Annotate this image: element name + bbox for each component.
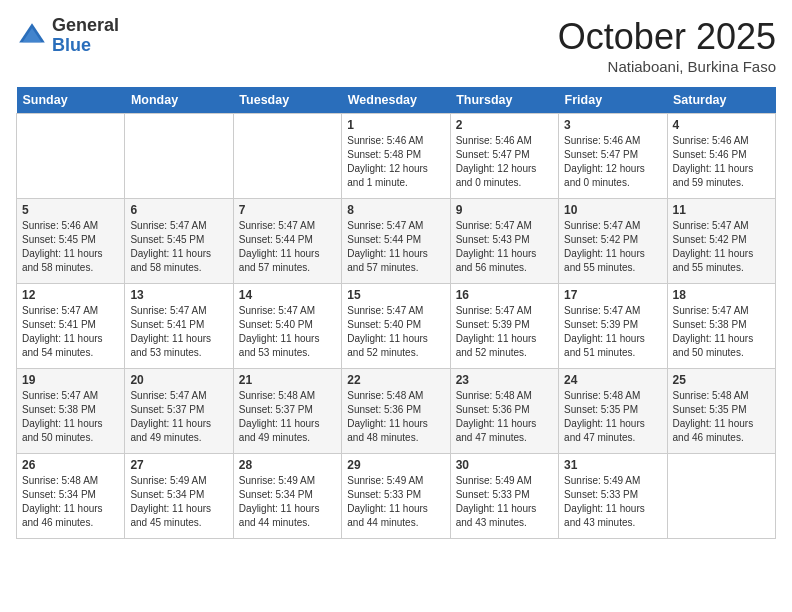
day-number: 17 bbox=[564, 288, 661, 302]
day-info: Sunrise: 5:48 AM Sunset: 5:35 PM Dayligh… bbox=[564, 389, 661, 445]
day-info: Sunrise: 5:47 AM Sunset: 5:44 PM Dayligh… bbox=[239, 219, 336, 275]
calendar-cell: 15Sunrise: 5:47 AM Sunset: 5:40 PM Dayli… bbox=[342, 284, 450, 369]
calendar-cell: 28Sunrise: 5:49 AM Sunset: 5:34 PM Dayli… bbox=[233, 454, 341, 539]
calendar-cell: 31Sunrise: 5:49 AM Sunset: 5:33 PM Dayli… bbox=[559, 454, 667, 539]
day-info: Sunrise: 5:48 AM Sunset: 5:37 PM Dayligh… bbox=[239, 389, 336, 445]
week-row-4: 26Sunrise: 5:48 AM Sunset: 5:34 PM Dayli… bbox=[17, 454, 776, 539]
calendar-cell: 2Sunrise: 5:46 AM Sunset: 5:47 PM Daylig… bbox=[450, 114, 558, 199]
day-info: Sunrise: 5:47 AM Sunset: 5:42 PM Dayligh… bbox=[673, 219, 770, 275]
day-number: 26 bbox=[22, 458, 119, 472]
calendar-table: SundayMondayTuesdayWednesdayThursdayFrid… bbox=[16, 87, 776, 539]
calendar-cell: 1Sunrise: 5:46 AM Sunset: 5:48 PM Daylig… bbox=[342, 114, 450, 199]
day-info: Sunrise: 5:47 AM Sunset: 5:43 PM Dayligh… bbox=[456, 219, 553, 275]
day-info: Sunrise: 5:47 AM Sunset: 5:44 PM Dayligh… bbox=[347, 219, 444, 275]
calendar-cell bbox=[233, 114, 341, 199]
calendar-cell: 6Sunrise: 5:47 AM Sunset: 5:45 PM Daylig… bbox=[125, 199, 233, 284]
header-day-friday: Friday bbox=[559, 87, 667, 114]
calendar-cell: 19Sunrise: 5:47 AM Sunset: 5:38 PM Dayli… bbox=[17, 369, 125, 454]
week-row-2: 12Sunrise: 5:47 AM Sunset: 5:41 PM Dayli… bbox=[17, 284, 776, 369]
week-row-3: 19Sunrise: 5:47 AM Sunset: 5:38 PM Dayli… bbox=[17, 369, 776, 454]
day-info: Sunrise: 5:46 AM Sunset: 5:45 PM Dayligh… bbox=[22, 219, 119, 275]
calendar-cell: 18Sunrise: 5:47 AM Sunset: 5:38 PM Dayli… bbox=[667, 284, 775, 369]
calendar-cell: 21Sunrise: 5:48 AM Sunset: 5:37 PM Dayli… bbox=[233, 369, 341, 454]
header-day-tuesday: Tuesday bbox=[233, 87, 341, 114]
day-number: 18 bbox=[673, 288, 770, 302]
day-number: 20 bbox=[130, 373, 227, 387]
calendar-header: SundayMondayTuesdayWednesdayThursdayFrid… bbox=[17, 87, 776, 114]
day-info: Sunrise: 5:49 AM Sunset: 5:33 PM Dayligh… bbox=[564, 474, 661, 530]
week-row-0: 1Sunrise: 5:46 AM Sunset: 5:48 PM Daylig… bbox=[17, 114, 776, 199]
calendar-cell: 14Sunrise: 5:47 AM Sunset: 5:40 PM Dayli… bbox=[233, 284, 341, 369]
day-number: 28 bbox=[239, 458, 336, 472]
header-day-saturday: Saturday bbox=[667, 87, 775, 114]
day-number: 22 bbox=[347, 373, 444, 387]
day-number: 10 bbox=[564, 203, 661, 217]
day-number: 7 bbox=[239, 203, 336, 217]
week-row-1: 5Sunrise: 5:46 AM Sunset: 5:45 PM Daylig… bbox=[17, 199, 776, 284]
calendar-cell bbox=[667, 454, 775, 539]
header-day-thursday: Thursday bbox=[450, 87, 558, 114]
day-number: 12 bbox=[22, 288, 119, 302]
calendar-cell: 7Sunrise: 5:47 AM Sunset: 5:44 PM Daylig… bbox=[233, 199, 341, 284]
day-info: Sunrise: 5:47 AM Sunset: 5:42 PM Dayligh… bbox=[564, 219, 661, 275]
day-info: Sunrise: 5:47 AM Sunset: 5:39 PM Dayligh… bbox=[456, 304, 553, 360]
day-number: 31 bbox=[564, 458, 661, 472]
day-number: 3 bbox=[564, 118, 661, 132]
day-number: 30 bbox=[456, 458, 553, 472]
logo: General Blue bbox=[16, 16, 119, 56]
day-number: 27 bbox=[130, 458, 227, 472]
logo-blue-text: Blue bbox=[52, 36, 119, 56]
calendar-cell: 3Sunrise: 5:46 AM Sunset: 5:47 PM Daylig… bbox=[559, 114, 667, 199]
title-block: October 2025 Natiaboani, Burkina Faso bbox=[558, 16, 776, 75]
header-row: SundayMondayTuesdayWednesdayThursdayFrid… bbox=[17, 87, 776, 114]
calendar-cell: 8Sunrise: 5:47 AM Sunset: 5:44 PM Daylig… bbox=[342, 199, 450, 284]
day-info: Sunrise: 5:47 AM Sunset: 5:41 PM Dayligh… bbox=[130, 304, 227, 360]
calendar-cell: 29Sunrise: 5:49 AM Sunset: 5:33 PM Dayli… bbox=[342, 454, 450, 539]
day-info: Sunrise: 5:46 AM Sunset: 5:47 PM Dayligh… bbox=[564, 134, 661, 190]
calendar-cell: 22Sunrise: 5:48 AM Sunset: 5:36 PM Dayli… bbox=[342, 369, 450, 454]
calendar-cell: 10Sunrise: 5:47 AM Sunset: 5:42 PM Dayli… bbox=[559, 199, 667, 284]
calendar-cell: 27Sunrise: 5:49 AM Sunset: 5:34 PM Dayli… bbox=[125, 454, 233, 539]
day-info: Sunrise: 5:48 AM Sunset: 5:36 PM Dayligh… bbox=[456, 389, 553, 445]
day-number: 14 bbox=[239, 288, 336, 302]
day-info: Sunrise: 5:47 AM Sunset: 5:40 PM Dayligh… bbox=[347, 304, 444, 360]
page-header: General Blue October 2025 Natiaboani, Bu… bbox=[16, 16, 776, 75]
day-info: Sunrise: 5:49 AM Sunset: 5:33 PM Dayligh… bbox=[456, 474, 553, 530]
calendar-cell: 12Sunrise: 5:47 AM Sunset: 5:41 PM Dayli… bbox=[17, 284, 125, 369]
calendar-cell: 24Sunrise: 5:48 AM Sunset: 5:35 PM Dayli… bbox=[559, 369, 667, 454]
day-number: 19 bbox=[22, 373, 119, 387]
month-title: October 2025 bbox=[558, 16, 776, 58]
day-info: Sunrise: 5:47 AM Sunset: 5:45 PM Dayligh… bbox=[130, 219, 227, 275]
day-number: 1 bbox=[347, 118, 444, 132]
day-info: Sunrise: 5:48 AM Sunset: 5:34 PM Dayligh… bbox=[22, 474, 119, 530]
calendar-cell: 23Sunrise: 5:48 AM Sunset: 5:36 PM Dayli… bbox=[450, 369, 558, 454]
day-info: Sunrise: 5:47 AM Sunset: 5:37 PM Dayligh… bbox=[130, 389, 227, 445]
day-info: Sunrise: 5:47 AM Sunset: 5:38 PM Dayligh… bbox=[673, 304, 770, 360]
calendar-cell: 20Sunrise: 5:47 AM Sunset: 5:37 PM Dayli… bbox=[125, 369, 233, 454]
calendar-cell: 4Sunrise: 5:46 AM Sunset: 5:46 PM Daylig… bbox=[667, 114, 775, 199]
calendar-cell: 17Sunrise: 5:47 AM Sunset: 5:39 PM Dayli… bbox=[559, 284, 667, 369]
day-number: 4 bbox=[673, 118, 770, 132]
day-info: Sunrise: 5:47 AM Sunset: 5:41 PM Dayligh… bbox=[22, 304, 119, 360]
header-day-sunday: Sunday bbox=[17, 87, 125, 114]
day-number: 16 bbox=[456, 288, 553, 302]
day-number: 9 bbox=[456, 203, 553, 217]
calendar-cell: 16Sunrise: 5:47 AM Sunset: 5:39 PM Dayli… bbox=[450, 284, 558, 369]
day-info: Sunrise: 5:46 AM Sunset: 5:48 PM Dayligh… bbox=[347, 134, 444, 190]
calendar-cell bbox=[125, 114, 233, 199]
day-info: Sunrise: 5:47 AM Sunset: 5:38 PM Dayligh… bbox=[22, 389, 119, 445]
day-info: Sunrise: 5:46 AM Sunset: 5:46 PM Dayligh… bbox=[673, 134, 770, 190]
calendar-cell: 30Sunrise: 5:49 AM Sunset: 5:33 PM Dayli… bbox=[450, 454, 558, 539]
calendar-cell: 13Sunrise: 5:47 AM Sunset: 5:41 PM Dayli… bbox=[125, 284, 233, 369]
calendar-cell: 26Sunrise: 5:48 AM Sunset: 5:34 PM Dayli… bbox=[17, 454, 125, 539]
day-number: 8 bbox=[347, 203, 444, 217]
day-number: 6 bbox=[130, 203, 227, 217]
day-info: Sunrise: 5:46 AM Sunset: 5:47 PM Dayligh… bbox=[456, 134, 553, 190]
day-info: Sunrise: 5:47 AM Sunset: 5:40 PM Dayligh… bbox=[239, 304, 336, 360]
calendar-body: 1Sunrise: 5:46 AM Sunset: 5:48 PM Daylig… bbox=[17, 114, 776, 539]
calendar-cell: 5Sunrise: 5:46 AM Sunset: 5:45 PM Daylig… bbox=[17, 199, 125, 284]
calendar-cell: 11Sunrise: 5:47 AM Sunset: 5:42 PM Dayli… bbox=[667, 199, 775, 284]
day-info: Sunrise: 5:49 AM Sunset: 5:33 PM Dayligh… bbox=[347, 474, 444, 530]
day-info: Sunrise: 5:49 AM Sunset: 5:34 PM Dayligh… bbox=[130, 474, 227, 530]
calendar-cell: 9Sunrise: 5:47 AM Sunset: 5:43 PM Daylig… bbox=[450, 199, 558, 284]
